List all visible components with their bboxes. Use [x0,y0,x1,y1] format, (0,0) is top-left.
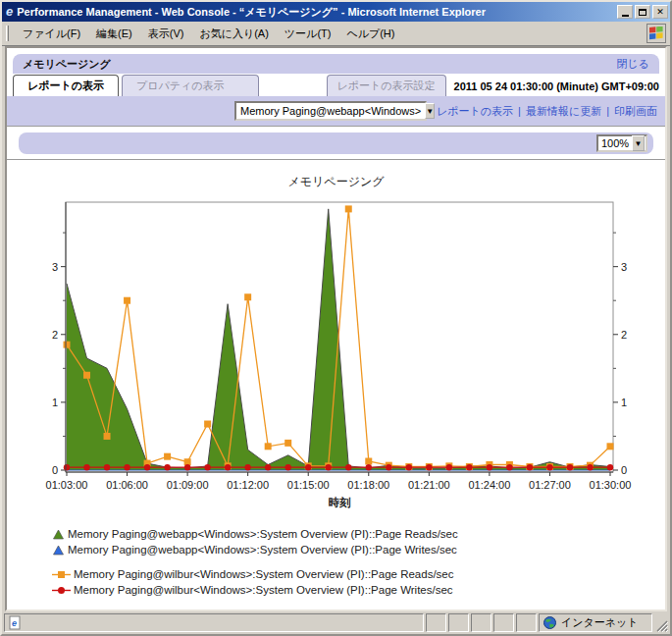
panel-title: メモリページング [23,57,616,72]
zoom-section: 100% ▼ [7,128,665,160]
window-title: Performance Management - Web Console - “… [17,5,615,20]
legend-item: Memory Paging@wilbur<Windows>:System Ove… [52,566,665,582]
menu-tools[interactable]: ツール(T) [277,24,339,44]
panel-header: メモリページング 閉じる [13,54,659,74]
legend-label: Memory Paging@webapp<Windows>:System Ove… [68,544,457,556]
chevron-down-icon: ▼ [632,135,645,151]
chevron-down-icon: ▼ [425,103,435,119]
svg-text:01:15:00: 01:15:00 [287,479,330,491]
status-panel [426,613,446,632]
status-message-panel: e [4,613,424,632]
svg-text:01:27:00: 01:27:00 [529,479,571,491]
print-view-link[interactable]: 印刷画面 [614,105,657,117]
status-panel [471,613,491,632]
legend-group: Memory Paging@webapp<Windows>:System Ove… [52,526,665,557]
svg-text:01:18:00: 01:18:00 [347,479,389,491]
close-panel-link[interactable]: 閉じる [616,57,649,72]
report-select-value: Memory Paging@webapp<Windows> [236,105,425,117]
report-timestamp: 2011 05 24 01:30:00 (Minute) GMT+09:00 [454,80,659,96]
svg-text:01:09:00: 01:09:00 [167,479,209,491]
tab-report-view[interactable]: レポートの表示 [13,75,119,96]
svg-text:1: 1 [621,397,627,408]
close-icon: ✕ [656,8,664,17]
menu-edit[interactable]: 編集(E) [88,24,140,44]
menu-view[interactable]: 表示(V) [140,24,192,44]
maximize-icon [639,9,646,16]
windows-logo-icon [646,24,666,43]
menu-help[interactable]: ヘルプ(H) [338,24,402,44]
svg-text:2: 2 [52,329,58,341]
legend-item: Memory Paging@webapp<Windows>:System Ove… [52,542,665,557]
browser-window: e Performance Management - Web Console -… [0,0,672,636]
svg-text:0: 0 [52,464,58,476]
minimize-icon [622,15,629,17]
area-marker-icon [52,529,65,540]
tab-report-settings[interactable]: レポートの表示設定 [327,75,446,96]
chart-title: メモリページング [7,174,665,190]
status-bar: e インターネット [2,611,670,634]
zoom-select-value: 100% [598,137,632,149]
zoom-bar: 100% ▼ [19,132,653,154]
show-report-link[interactable]: レポートの表示 [437,105,513,117]
zoom-select[interactable]: 100% ▼ [596,134,647,152]
line-circle-marker-icon [52,586,71,595]
svg-text:2: 2 [621,329,627,341]
svg-text:01:06:00: 01:06:00 [106,479,148,491]
svg-text:3: 3 [52,261,58,273]
ie-logo-icon: e [6,5,13,19]
svg-text:1: 1 [52,397,58,408]
report-select[interactable]: Memory Paging@webapp<Windows> ▼ [234,101,427,121]
link-separator: | [518,105,521,117]
status-panel [516,613,537,632]
status-panel [493,613,514,632]
status-panel [448,613,469,632]
svg-text:01:30:00: 01:30:00 [590,479,632,491]
svg-text:01:21:00: 01:21:00 [408,479,450,491]
tab-property-view[interactable]: プロパティの表示 [122,75,259,96]
legend-item: Memory Paging@wilbur<Windows>:System Ove… [52,582,665,598]
legend-group: Memory Paging@wilbur<Windows>:System Ove… [52,566,665,598]
svg-text:時刻: 時刻 [329,496,352,508]
chart-section: メモリページング 0011223301:03:0001:06:0001:09:0… [7,160,665,610]
legend-item: Memory Paging@webapp<Windows>:System Ove… [52,526,665,542]
tab-row: レポートの表示 プロパティの表示 レポートの表示設定 2011 05 24 01… [7,74,665,96]
zone-label: インターネット [561,615,639,630]
legend-label: Memory Paging@webapp<Windows>:System Ove… [68,528,458,540]
report-toolbar: Memory Paging@webapp<Windows> ▼ レポートの表示|… [7,96,665,126]
menu-file[interactable]: ファイル(F) [15,24,88,44]
svg-text:e: e [12,618,17,628]
security-zone-panel: インターネット [539,613,652,632]
svg-text:0: 0 [621,464,627,476]
link-separator: | [606,105,609,117]
svg-text:01:03:00: 01:03:00 [46,479,88,491]
svg-text:01:12:00: 01:12:00 [227,479,269,491]
maximize-button[interactable] [635,5,650,19]
memory-paging-chart: 0011223301:03:0001:06:0001:09:0001:12:00… [26,194,665,524]
refresh-link[interactable]: 最新情報に更新 [526,105,601,117]
svg-text:01:24:00: 01:24:00 [468,479,510,491]
title-bar: e Performance Management - Web Console -… [2,2,670,22]
minimize-button[interactable] [617,5,633,19]
resize-grip[interactable] [654,613,668,632]
menu-favorites[interactable]: お気に入り(A) [191,24,276,44]
legend-label: Memory Paging@wilbur<Windows>:System Ove… [74,584,453,596]
page-content: メモリページング 閉じる レポートの表示 プロパティの表示 レポートの表示設定 … [5,46,667,611]
menu-grip [6,26,9,41]
page-icon: e [9,615,22,630]
line-square-marker-icon [52,570,71,579]
area-marker-icon [52,545,65,556]
svg-text:3: 3 [621,261,627,273]
chart-legend: Memory Paging@webapp<Windows>:System Ove… [52,526,665,607]
close-button[interactable]: ✕ [652,5,668,19]
legend-label: Memory Paging@wilbur<Windows>:System Ove… [74,568,453,580]
menu-bar: ファイル(F) 編集(E) 表示(V) お気に入り(A) ツール(T) ヘルプ(… [2,22,670,46]
globe-icon [543,616,556,629]
